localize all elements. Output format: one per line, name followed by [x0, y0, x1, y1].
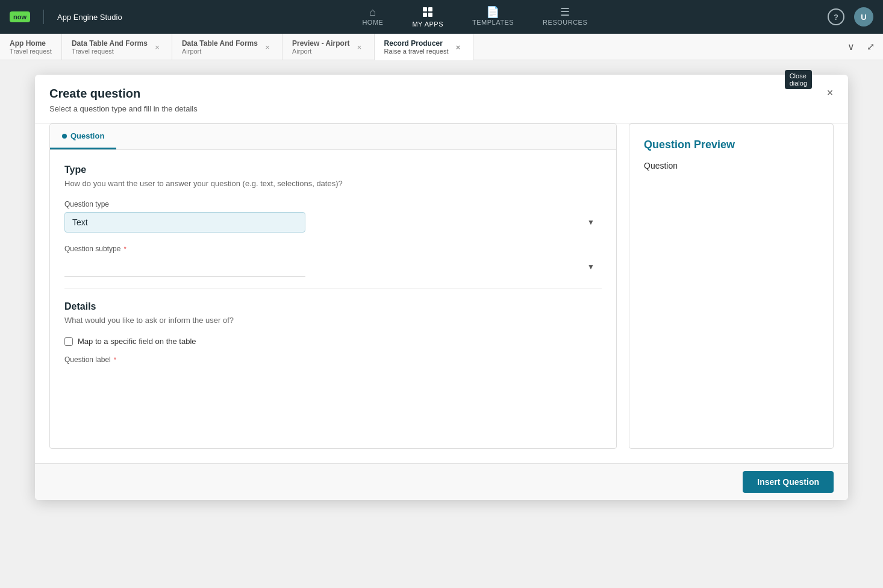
dialog-body: Question Type How do you want the user t…	[35, 124, 848, 463]
question-subtype-label: Question subtype *	[64, 245, 602, 253]
nav-item-home[interactable]: ⌂ HOME	[357, 3, 388, 31]
home-icon: ⌂	[369, 7, 376, 17]
preview-title: Question Preview	[644, 139, 819, 151]
tab-preview-airport-sub: Airport	[292, 48, 350, 55]
tab-data-table-travel-close[interactable]: ×	[152, 42, 162, 52]
main-content: Close dialog Create question Select a qu…	[0, 60, 883, 588]
nav-home-label: HOME	[362, 19, 383, 26]
tab-data-table-airport-title: Data Table And Forms Airport	[182, 39, 258, 55]
tab-data-table-airport-sub: Airport	[182, 48, 258, 55]
tabs-bar: App Home Travel request Data Table And F…	[0, 34, 883, 60]
left-panel: Question Type How do you want the user t…	[49, 124, 617, 449]
question-subtype-chevron-icon: ▼	[587, 263, 594, 271]
app-name: App Engine Studio	[57, 13, 122, 22]
preview-question: Question	[644, 161, 819, 170]
question-label-required-star: *	[114, 357, 116, 363]
help-button[interactable]: ?	[828, 8, 844, 25]
type-section-desc: How do you want the user to answer your …	[64, 179, 602, 188]
tab-record-producer-title: Record Producer Raise a travel request	[384, 39, 449, 55]
question-subtype-select[interactable]	[64, 257, 305, 277]
tabs-expand-button[interactable]: ⤢	[863, 39, 878, 55]
dialog-header: Create question Select a question type a…	[35, 75, 848, 124]
tab-data-table-travel[interactable]: Data Table And Forms Travel request ×	[62, 34, 172, 60]
tabs-actions: ∨ ⤢	[839, 34, 883, 60]
svg-rect-0	[423, 7, 427, 11]
dialog-subtitle: Select a question type and fill in the d…	[49, 104, 834, 113]
tab-app-home-main: App Home	[10, 39, 52, 48]
tab-data-table-airport[interactable]: Data Table And Forms Airport ×	[172, 34, 282, 60]
map-to-field-checkbox[interactable]	[64, 337, 73, 346]
tab-data-table-travel-title: Data Table And Forms Travel request	[72, 39, 148, 55]
tab-app-home-title: App Home Travel request	[10, 39, 52, 55]
type-section-title: Type	[64, 164, 602, 175]
dialog-close-button[interactable]: ×	[822, 84, 838, 101]
templates-icon: 📄	[486, 7, 500, 17]
create-question-dialog: Close dialog Create question Select a qu…	[35, 75, 848, 500]
question-type-select-wrapper: Text Single line text Multi-line text In…	[64, 212, 602, 233]
svg-rect-2	[423, 13, 427, 17]
tab-preview-airport[interactable]: Preview - Airport Airport ×	[282, 34, 375, 60]
question-tab-header: Question	[50, 124, 616, 150]
right-panel: Question Preview Question	[629, 124, 834, 449]
section-divider	[64, 289, 602, 289]
svg-rect-1	[428, 7, 432, 11]
top-navigation: now App Engine Studio ⌂ HOME MY APPS 📄 T…	[0, 0, 883, 34]
question-subtype-select-wrapper: ▼	[64, 257, 602, 277]
tab-preview-airport-main: Preview - Airport	[292, 39, 350, 48]
tab-app-home-sub: Travel request	[10, 48, 52, 55]
dialog-title: Create question	[49, 87, 834, 101]
details-section-title: Details	[64, 301, 602, 312]
tab-record-producer-sub: Raise a travel request	[384, 48, 449, 55]
tab-question-label: Question	[70, 131, 104, 140]
panel-content: Type How do you want the user to answer …	[50, 150, 616, 439]
details-section-desc: What would you like to ask or inform the…	[64, 316, 602, 325]
map-to-field-label: Map to a specific field on the table	[78, 337, 196, 346]
tab-app-home[interactable]: App Home Travel request	[0, 34, 62, 60]
map-to-field-wrapper: Map to a specific field on the table	[64, 337, 602, 346]
nav-item-templates[interactable]: 📄 TEMPLATES	[467, 3, 519, 31]
svg-rect-3	[428, 13, 432, 17]
subtype-required-star: *	[124, 246, 126, 252]
tab-record-producer[interactable]: Record Producer Raise a travel request ×	[375, 34, 473, 60]
nav-resources-label: RESOURCES	[543, 19, 587, 26]
resources-icon: ☰	[560, 7, 570, 17]
nav-templates-label: TEMPLATES	[472, 19, 514, 26]
now-logo: now	[10, 11, 30, 22]
tab-record-producer-main: Record Producer	[384, 39, 449, 48]
tab-record-producer-close[interactable]: ×	[454, 42, 463, 52]
insert-question-button[interactable]: Insert Question	[743, 471, 834, 493]
tab-preview-airport-close[interactable]: ×	[355, 42, 364, 52]
question-type-label: Question type	[64, 200, 602, 208]
dialog-footer: Insert Question	[35, 463, 848, 500]
tabs-overflow-button[interactable]: ∨	[844, 39, 858, 55]
nav-item-my-apps[interactable]: MY APPS	[407, 3, 448, 31]
nav-brand-divider	[43, 10, 44, 24]
nav-my-apps-label: MY APPS	[412, 20, 443, 28]
nav-item-resources[interactable]: ☰ RESOURCES	[538, 3, 592, 31]
nav-right-actions: ? U	[828, 7, 873, 27]
user-avatar[interactable]: U	[854, 7, 873, 27]
tab-data-table-airport-main: Data Table And Forms	[182, 39, 258, 48]
my-apps-icon	[422, 7, 433, 19]
question-label-label: Question label *	[64, 355, 602, 364]
tab-question-dot	[62, 134, 67, 139]
nav-center: ⌂ HOME MY APPS 📄 TEMPLATES ☰ RESOURCES	[122, 3, 828, 31]
tab-btn-question[interactable]: Question	[50, 124, 116, 149]
question-type-select[interactable]: Text Single line text Multi-line text In…	[64, 212, 305, 233]
tab-preview-airport-title: Preview - Airport Airport	[292, 39, 350, 55]
tab-data-table-travel-sub: Travel request	[72, 48, 148, 55]
brand-logo-area: now App Engine Studio	[10, 10, 122, 24]
tab-data-table-travel-main: Data Table And Forms	[72, 39, 148, 48]
tab-data-table-airport-close[interactable]: ×	[263, 42, 272, 52]
question-type-chevron-icon: ▼	[587, 218, 594, 227]
